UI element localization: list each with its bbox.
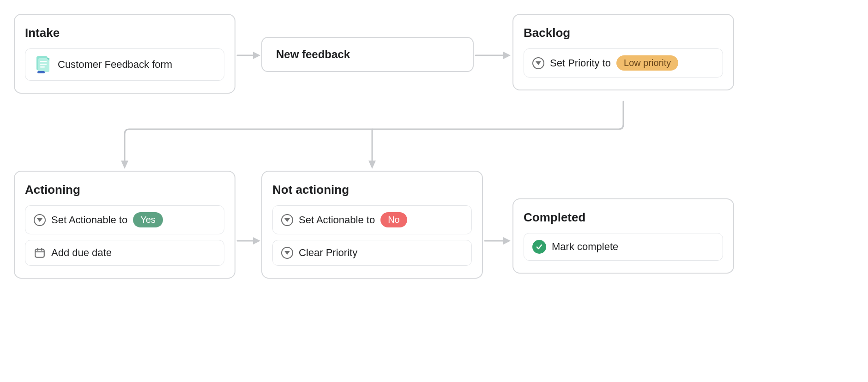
- node-actioning[interactable]: Actioning Set Actionable to Yes Add due …: [14, 171, 235, 279]
- arrow-actioning-to-notactioning: [236, 234, 261, 247]
- node-title: Backlog: [524, 26, 723, 40]
- trigger-icon: [34, 214, 46, 226]
- rule-backlog-priority[interactable]: Set Priority to Low priority: [524, 48, 723, 78]
- actionable-pill-no: No: [380, 212, 407, 227]
- rule-intake-form[interactable]: Customer Feedback form: [25, 48, 224, 81]
- rule-text: Add due date: [51, 247, 112, 259]
- svg-rect-1: [38, 58, 49, 72]
- rule-completed-mark[interactable]: Mark complete: [524, 233, 723, 261]
- rule-notactioning-actionable[interactable]: Set Actionable to No: [272, 205, 472, 234]
- trigger-icon: [281, 214, 293, 226]
- svg-marker-11: [253, 52, 260, 59]
- svg-marker-15: [368, 161, 376, 169]
- rule-text: Mark complete: [552, 241, 618, 253]
- trigger-icon: [281, 247, 293, 259]
- node-title: Actioning: [25, 183, 224, 197]
- svg-marker-13: [503, 52, 511, 59]
- rule-text: Set Actionable to: [51, 214, 127, 226]
- node-label: New feedback: [276, 48, 350, 60]
- arrow-newfeedback-to-backlog: [475, 49, 512, 62]
- actionable-pill-yes: Yes: [133, 212, 163, 227]
- rule-text: Clear Priority: [299, 247, 357, 259]
- rule-text: Customer Feedback form: [58, 59, 172, 71]
- node-intake[interactable]: Intake Customer Feedback form: [14, 14, 235, 94]
- svg-marker-17: [253, 237, 260, 245]
- node-new-feedback[interactable]: New feedback: [261, 37, 474, 72]
- rule-text: Set Priority to: [550, 57, 611, 69]
- arrow-notactioning-to-completed: [484, 234, 512, 247]
- node-title: Completed: [524, 210, 723, 225]
- check-circle-icon: [532, 240, 546, 254]
- node-completed[interactable]: Completed Mark complete: [512, 198, 734, 274]
- node-title: Intake: [25, 26, 224, 40]
- calendar-icon: [34, 247, 46, 259]
- rule-notactioning-clear[interactable]: Clear Priority: [272, 240, 472, 266]
- svg-rect-3: [40, 64, 47, 65]
- rule-actioning-actionable[interactable]: Set Actionable to Yes: [25, 205, 224, 234]
- svg-rect-2: [40, 61, 47, 62]
- node-backlog[interactable]: Backlog Set Priority to Low priority: [512, 14, 734, 90]
- svg-rect-5: [37, 71, 45, 73]
- node-not-actioning[interactable]: Not actioning Set Actionable to No Clear…: [261, 171, 483, 279]
- rule-text: Set Actionable to: [299, 214, 375, 226]
- arrow-backlog-split: [106, 101, 633, 175]
- priority-pill: Low priority: [616, 55, 678, 71]
- svg-rect-6: [35, 249, 44, 257]
- svg-rect-4: [40, 66, 45, 68]
- node-title: Not actioning: [272, 183, 472, 197]
- svg-marker-19: [503, 237, 511, 245]
- trigger-icon: [532, 57, 544, 69]
- svg-marker-14: [121, 161, 128, 169]
- rule-actioning-due-date[interactable]: Add due date: [25, 240, 224, 266]
- arrow-intake-to-newfeedback: [236, 49, 261, 62]
- workflow-canvas: Intake Customer Feedback form: [14, 14, 734, 337]
- form-icon: [34, 55, 52, 74]
